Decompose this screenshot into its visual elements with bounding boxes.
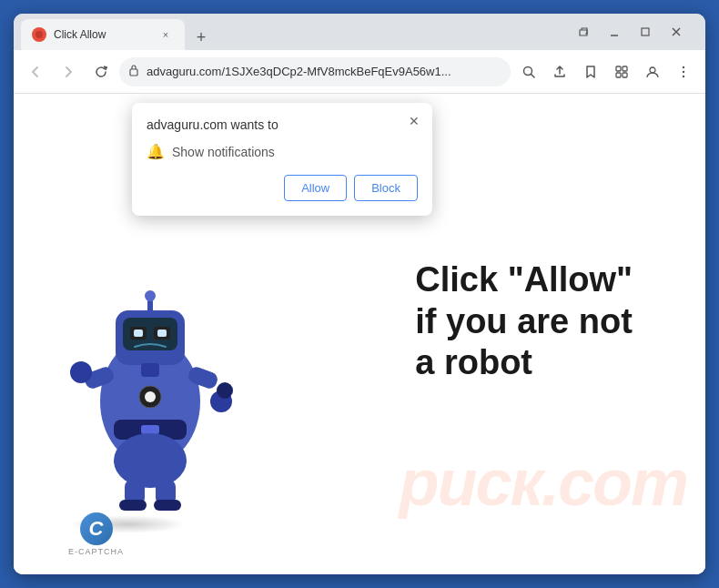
popup-buttons: Allow Block xyxy=(147,175,418,201)
extensions-icon[interactable] xyxy=(607,57,636,86)
browser-window: Click Allow × + xyxy=(14,14,705,574)
search-icon[interactable] xyxy=(514,57,543,86)
svg-rect-8 xyxy=(623,66,627,71)
svg-point-12 xyxy=(683,66,684,67)
ecaptcha-icon: C xyxy=(80,512,113,545)
svg-point-13 xyxy=(683,70,684,72)
menu-icon[interactable] xyxy=(669,57,698,86)
forward-button[interactable] xyxy=(54,57,83,86)
svg-rect-26 xyxy=(157,329,167,337)
main-text-block: Click "Allow" if you are not a robot xyxy=(415,259,633,384)
restore-button[interactable] xyxy=(569,17,598,46)
website-content: риск.com xyxy=(14,94,705,574)
tab-favicon xyxy=(32,27,46,42)
popup-title: advaguru.com wants to xyxy=(147,117,418,132)
ecaptcha-label: E-CAPTCHA xyxy=(68,547,124,556)
profile-icon[interactable] xyxy=(638,57,667,86)
main-text-line3: a robot xyxy=(415,342,633,384)
svg-rect-1 xyxy=(642,28,649,35)
svg-rect-38 xyxy=(154,500,181,511)
bell-icon: 🔔 xyxy=(147,143,165,160)
popup-notification-text: Show notifications xyxy=(172,145,275,159)
tab-strip: Click Allow × + xyxy=(21,14,569,50)
address-bar xyxy=(14,50,705,94)
lock-icon xyxy=(128,64,139,79)
svg-point-31 xyxy=(70,361,92,383)
popup-notification: 🔔 Show notifications xyxy=(147,143,418,160)
window-controls xyxy=(569,17,691,46)
svg-point-29 xyxy=(145,290,156,301)
popup-close-button[interactable]: ✕ xyxy=(403,110,425,132)
main-text-line2: if you are not xyxy=(415,301,633,343)
robot-illustration xyxy=(50,219,268,529)
svg-point-11 xyxy=(650,67,655,73)
svg-rect-4 xyxy=(130,69,137,76)
watermark: риск.com xyxy=(399,445,687,520)
allow-button[interactable]: Allow xyxy=(284,175,347,201)
new-tab-button[interactable]: + xyxy=(188,25,214,50)
svg-line-6 xyxy=(532,74,535,77)
svg-rect-28 xyxy=(147,299,153,313)
title-bar: Click Allow × + xyxy=(14,14,705,50)
back-button[interactable] xyxy=(21,57,50,86)
svg-rect-25 xyxy=(134,329,143,337)
svg-rect-27 xyxy=(141,363,159,377)
svg-rect-7 xyxy=(616,66,621,71)
svg-point-20 xyxy=(114,433,187,488)
main-text-line1: Click "Allow" xyxy=(415,259,633,301)
maximize-button[interactable] xyxy=(631,17,660,46)
tab-close-button[interactable]: × xyxy=(157,26,174,43)
reload-button[interactable] xyxy=(86,57,116,86)
svg-rect-9 xyxy=(616,73,621,77)
permission-popup: ✕ advaguru.com wants to 🔔 Show notificat… xyxy=(132,103,432,216)
share-icon[interactable] xyxy=(545,57,574,86)
svg-point-19 xyxy=(145,391,156,402)
svg-rect-37 xyxy=(119,500,147,511)
block-button[interactable]: Block xyxy=(354,175,418,201)
tab-title: Click Allow xyxy=(54,28,150,41)
svg-rect-10 xyxy=(623,73,627,77)
svg-point-34 xyxy=(217,382,233,399)
address-input[interactable] xyxy=(119,57,511,86)
address-container xyxy=(119,57,511,86)
close-button[interactable] xyxy=(662,17,691,46)
bookmark-icon[interactable] xyxy=(576,57,605,86)
minimize-button[interactable] xyxy=(600,17,629,46)
content-area: риск.com xyxy=(14,94,705,574)
toolbar-icons xyxy=(514,57,698,86)
ecaptcha-logo: C E-CAPTCHA xyxy=(68,512,124,556)
active-tab[interactable]: Click Allow × xyxy=(21,19,185,50)
svg-rect-17 xyxy=(141,425,159,434)
svg-point-14 xyxy=(683,75,684,76)
